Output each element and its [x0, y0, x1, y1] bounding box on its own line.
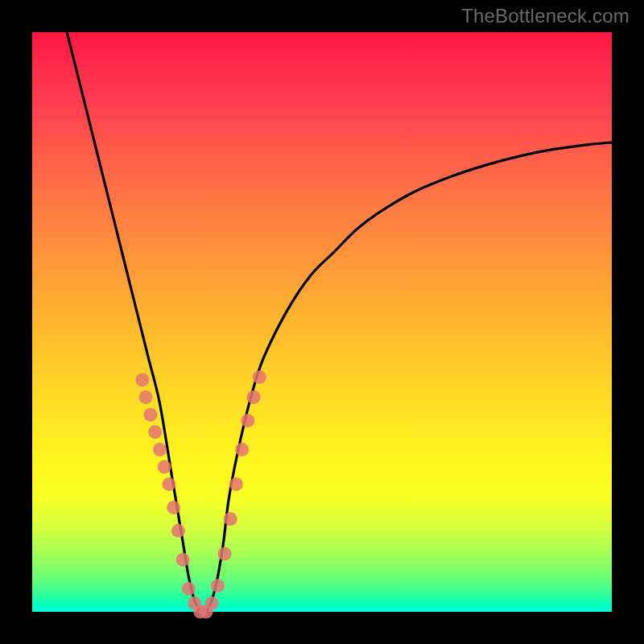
highlight-dot: [211, 579, 225, 592]
highlight-dot: [235, 443, 249, 456]
watermark-label: TheBottleneck.com: [461, 5, 630, 27]
bottleneck-curve: [67, 32, 612, 613]
highlight-dot: [143, 408, 157, 422]
highlight-dot: [162, 477, 175, 491]
highlight-dot: [224, 512, 237, 526]
highlight-dot: [167, 501, 180, 514]
highlight-dot: [139, 390, 153, 404]
plot-area: [32, 32, 612, 612]
highlight-dot: [148, 425, 162, 439]
curve-overlay: [32, 32, 612, 612]
highlight-dot: [158, 460, 171, 474]
highlight-dot: [182, 582, 196, 596]
highlight-dot: [218, 547, 232, 561]
highlight-dots: [135, 370, 266, 619]
highlight-dot: [253, 370, 266, 384]
chart-frame: TheBottleneck.com: [0, 0, 644, 644]
highlight-dot: [153, 443, 167, 456]
highlight-dot: [171, 524, 185, 538]
highlight-dot: [176, 553, 190, 567]
highlight-dot: [205, 597, 219, 610]
highlight-dot: [135, 374, 149, 387]
highlight-dot: [229, 477, 243, 491]
highlight-dot: [241, 414, 254, 427]
highlight-dot: [247, 390, 261, 404]
